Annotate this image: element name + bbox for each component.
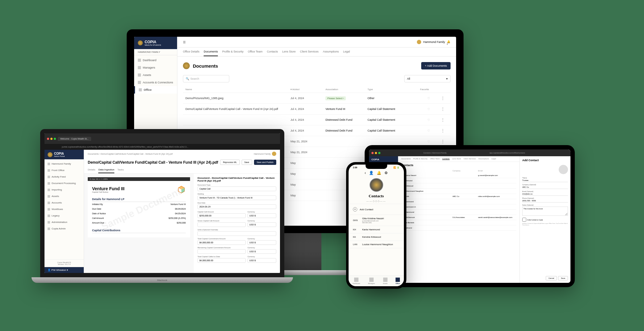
tab-office-details[interactable]: Office Details: [183, 48, 199, 56]
sidebar-item-activity-feed[interactable]: Activity Feed: [44, 174, 84, 180]
breadcrumb[interactable]: Documents › Demo/Capital Call/Venture Fu…: [88, 153, 173, 155]
gear-icon[interactable]: ⚙: [384, 171, 388, 175]
phone-field[interactable]: [522, 199, 568, 203]
due-date-input[interactable]: [197, 204, 276, 209]
publish-button[interactable]: Save and Publish: [254, 160, 276, 165]
tabbar-dashboard[interactable]: Dashboard: [353, 278, 360, 284]
tab-profile-security[interactable]: Profile & Security: [413, 158, 427, 160]
heart-icon[interactable]: ♡: [420, 118, 438, 122]
add-documents-button[interactable]: + Add Documents: [421, 62, 451, 69]
sidebar-item-assets[interactable]: Assets: [44, 193, 84, 199]
user-icon[interactable]: 👤: [369, 171, 374, 175]
contact-item[interactable]: KHKarla Hammond: [349, 226, 404, 233]
more-icon[interactable]: ⋮: [438, 128, 448, 133]
col-added[interactable]: ▾ Added: [290, 88, 325, 91]
tab-lens-store[interactable]: Lens Store: [452, 158, 461, 160]
sidebar-item-accounts[interactable]: Accounts: [44, 199, 84, 206]
user-menu[interactable]: 👤 Phil Wheaton ▾: [44, 267, 84, 273]
cancel-button[interactable]: Cancel: [546, 276, 557, 280]
contact-item[interactable]: GKNGita Kristina Nassirig.nassiri@exampl…: [349, 215, 404, 226]
sidebar-item-importing[interactable]: Importing: [44, 186, 84, 193]
collapse-icon[interactable]: ☰: [183, 40, 186, 44]
table-row[interactable]: Demo/Capital Call/Venture Fund/Capital C…: [183, 104, 451, 115]
bell-icon[interactable]: 🔔: [377, 171, 381, 175]
avatar[interactable]: [417, 40, 421, 44]
tabbar-managers[interactable]: Managers: [368, 278, 375, 284]
called-date-input[interactable]: [197, 258, 245, 263]
browser-tab[interactable]: Welcome - Copia Wealth St...: [58, 137, 91, 141]
units-input[interactable]: [197, 231, 276, 236]
col-assoc[interactable]: Association: [325, 88, 367, 91]
tab-contacts[interactable]: Contacts: [442, 158, 450, 160]
save-button[interactable]: Save: [558, 276, 568, 280]
doc-type-select[interactable]: [197, 186, 276, 191]
more-icon[interactable]: ⋮: [438, 107, 448, 111]
tab-documents[interactable]: Documents: [204, 48, 218, 56]
tab-profile-security[interactable]: Profile & Security: [222, 48, 244, 56]
sidebar-item-accounts-connections[interactable]: Accounts & Connections: [134, 79, 177, 86]
sidebar-item-hammond-family[interactable]: Hammond Family: [44, 161, 84, 167]
company-field[interactable]: [522, 186, 568, 189]
sidebar-item-managers[interactable]: Managers: [134, 64, 177, 71]
capital-amount-input[interactable]: [197, 213, 245, 218]
table-row[interactable]: ny Redmond: [401, 225, 516, 231]
col-fav[interactable]: Favorite: [420, 88, 438, 91]
tab-assumptions[interactable]: Assumptions: [478, 158, 489, 160]
table-row[interactable]: eodore Berwick: [401, 220, 516, 225]
tab-assumptions[interactable]: Assumptions: [323, 48, 339, 56]
contact-item[interactable]: LHNLouise Hammond Naughton: [349, 241, 404, 248]
col-type[interactable]: Type: [367, 88, 420, 91]
table-row[interactable]: ouise Hammond Naughton: [401, 189, 516, 194]
bell-icon[interactable]: 🔔0: [447, 40, 451, 44]
table-row[interactable]: bert Hammond Jr.: [401, 204, 516, 210]
table-row[interactable]: Demo/Pictures/IMG_1385.jpegJul 4, 2024Pl…: [183, 93, 451, 104]
more-icon[interactable]: ⋮: [438, 139, 448, 144]
tab-client-services[interactable]: Client Services: [300, 48, 319, 56]
more-icon[interactable]: ⋮: [438, 96, 448, 100]
invite-checkbox[interactable]: [522, 218, 526, 222]
notes-field[interactable]: The trustee for the trust: [522, 207, 568, 216]
url-bar[interactable]: portal.copiawealthstudios.com/family-off…: [59, 145, 265, 149]
contact-item[interactable]: KKKendra Kirkwood: [349, 233, 404, 241]
tab-client-services[interactable]: Client Services: [464, 158, 476, 160]
remaining-input[interactable]: [197, 249, 245, 254]
name-field[interactable]: [522, 179, 568, 182]
table-row[interactable]: ndra Kirkwood: [401, 183, 516, 189]
table-row[interactable]: Jul 4, 2024Distressed Debt FundCapital C…: [183, 115, 451, 125]
email-field[interactable]: [522, 192, 568, 196]
col-name[interactable]: Name: [185, 88, 290, 91]
tab-office-team[interactable]: Office Team: [248, 48, 263, 56]
more-icon[interactable]: ⋮: [438, 118, 448, 122]
table-row[interactable]: bert Hammond: [401, 199, 516, 204]
sidebar-item-document-processing[interactable]: Document Processing: [44, 180, 84, 186]
sidebar-item-front-office[interactable]: Front Office: [44, 167, 84, 174]
heart-icon[interactable]: ♡: [420, 107, 438, 111]
avatar[interactable]: [272, 152, 276, 156]
tabbar-assets[interactable]: Assets: [383, 278, 388, 284]
tab-lens-store[interactable]: Lens Store: [282, 48, 296, 56]
search-input[interactable]: 🔍 Search: [183, 75, 229, 82]
gross-input[interactable]: [197, 222, 245, 227]
heart-icon[interactable]: ♡: [420, 129, 438, 132]
tabbar-office[interactable]: Office: [396, 278, 400, 284]
back-icon[interactable]: ‹: [365, 171, 366, 175]
sidebar-item-legacy[interactable]: Legacy: [44, 212, 84, 219]
tab-legal[interactable]: Legal: [491, 158, 496, 160]
sidebar-item-office[interactable]: Office: [134, 86, 177, 94]
holding-select[interactable]: [197, 195, 276, 200]
tab-contacts[interactable]: Contacts: [267, 48, 278, 56]
tab-office-team[interactable]: Office Team: [430, 158, 440, 160]
subtab-tasks[interactable]: Tasks: [117, 167, 124, 173]
table-row[interactable]: arah McDermottS & Associatessarah.sarah@…: [401, 215, 516, 220]
table-row[interactable]: ndra Hammond: [401, 210, 516, 215]
currency-select[interactable]: [248, 213, 276, 218]
subtab-details[interactable]: Details: [88, 167, 95, 173]
save-button[interactable]: Save: [242, 160, 252, 165]
sidebar-item-workflows[interactable]: Workflows: [44, 206, 84, 212]
sidebar-item-assets[interactable]: Assets: [134, 71, 177, 79]
add-contact-button[interactable]: + Add Contact: [349, 204, 404, 215]
tab-documents[interactable]: Documents: [401, 158, 411, 160]
total-commit-input[interactable]: [197, 240, 245, 245]
sidebar-item-administration[interactable]: Administration: [44, 219, 84, 225]
contact-avatar[interactable]: [559, 165, 568, 174]
